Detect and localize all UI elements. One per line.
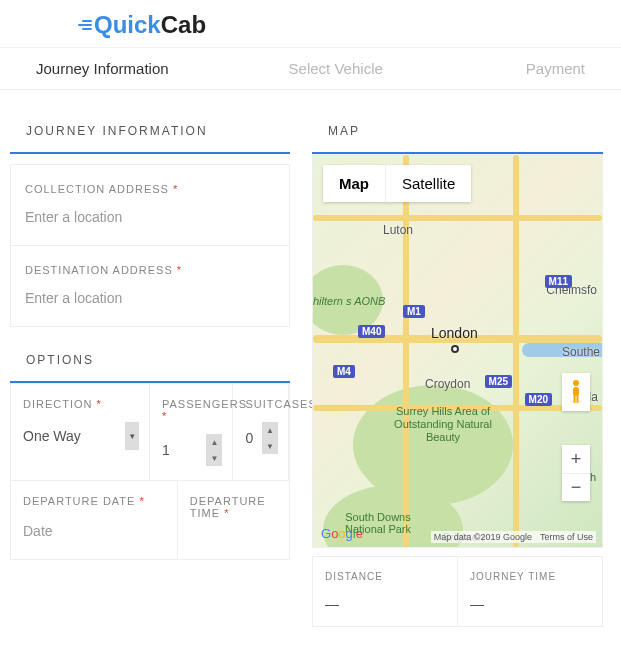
destination-input[interactable] (25, 286, 275, 312)
tab-payment[interactable]: Payment (526, 60, 621, 77)
map-label-croydon: Croydon (425, 377, 470, 391)
passengers-cell: PASSENGERS * 1 ▲▼ (150, 384, 233, 481)
section-title-map: MAP (328, 124, 603, 138)
distance-label: DISTANCE (325, 571, 445, 582)
suitcases-cell: SUITCASES 0 ▲▼ (233, 384, 289, 481)
collection-label: COLLECTION ADDRESS * (25, 183, 275, 195)
section-title-options: OPTIONS (26, 353, 290, 367)
map-hwy-m4: M4 (333, 365, 355, 378)
journey-stats: DISTANCE — JOURNEY TIME — (312, 556, 603, 627)
departure-date-input[interactable] (23, 519, 167, 545)
map-hwy-m25: M25 (485, 375, 512, 388)
map-type-switch: Map Satellite (323, 165, 471, 202)
chevron-down-icon[interactable]: ▼ (206, 450, 222, 466)
logo[interactable]: QuickCab (78, 11, 206, 39)
passengers-stepper[interactable]: ▲▼ (206, 434, 222, 466)
departure-date-label: DEPARTURE DATE * (23, 495, 167, 507)
google-logo: Google (321, 526, 363, 541)
map-type-map-button[interactable]: Map (323, 165, 385, 202)
map-road (403, 155, 409, 547)
passengers-value: 1 (162, 442, 170, 458)
map-road (313, 215, 602, 221)
direction-label: DIRECTION * (23, 398, 139, 410)
progress-tabs: Journey Information Select Vehicle Payme… (0, 47, 621, 90)
chevron-up-icon[interactable]: ▲ (206, 434, 222, 450)
departure-time-label: DEPARTURE TIME * (190, 495, 279, 519)
map-label-chiltern: hiltern s AONB (313, 295, 385, 307)
map-hwy-m20: M20 (525, 393, 552, 406)
divider (10, 152, 290, 154)
stat-journey-time: JOURNEY TIME — (457, 556, 603, 627)
svg-rect-1 (573, 387, 579, 396)
map-hwy-m11: M11 (545, 275, 572, 288)
zoom-in-button[interactable]: + (562, 445, 590, 473)
streetview-pegman-button[interactable] (562, 373, 590, 411)
tab-journey-information[interactable]: Journey Information (36, 60, 169, 77)
direction-cell: DIRECTION * One Way ▾ (11, 384, 150, 481)
zoom-out-button[interactable]: − (562, 473, 590, 501)
map-type-satellite-button[interactable]: Satellite (385, 165, 471, 202)
map-label-london: London (431, 325, 478, 341)
suitcases-stepper[interactable]: ▲▼ (262, 422, 278, 454)
destination-card: DESTINATION ADDRESS * (10, 246, 290, 327)
pegman-icon (568, 379, 584, 405)
stat-distance: DISTANCE — (312, 556, 458, 627)
destination-label: DESTINATION ADDRESS * (25, 264, 275, 276)
map-label-surrey: Surrey Hills Area of Outstanding Natural… (383, 405, 503, 445)
header: QuickCab (0, 0, 621, 47)
map-road (513, 155, 519, 547)
journey-time-value: — (470, 596, 590, 612)
terms-link[interactable]: Terms of Use (540, 532, 593, 542)
map-attribution: Map data ©2019 Google Terms of Use (431, 531, 596, 543)
suitcases-value: 0 (245, 430, 253, 446)
map-data-text: Map data ©2019 Google (434, 532, 532, 542)
logo-lines-icon (78, 19, 92, 31)
journey-time-label: JOURNEY TIME (470, 571, 590, 582)
suitcases-label: SUITCASES (245, 398, 278, 410)
svg-point-0 (573, 380, 579, 386)
direction-value: One Way (23, 428, 81, 444)
collection-input[interactable] (25, 205, 275, 231)
section-title-journey: JOURNEY INFORMATION (26, 124, 290, 138)
svg-rect-2 (574, 395, 576, 403)
map-hwy-m40: M40 (358, 325, 385, 338)
map-london-marker-icon (451, 345, 459, 353)
map-canvas[interactable]: Bedford Luton Chelmsfo London Croydon So… (313, 155, 602, 547)
options-grid: DIRECTION * One Way ▾ PASSENGERS * 1 ▲▼ … (10, 383, 290, 560)
svg-rect-3 (577, 395, 579, 403)
departure-date-cell: DEPARTURE DATE * (11, 481, 178, 559)
map-hwy-m1: M1 (403, 305, 425, 318)
map-label-luton: Luton (383, 223, 413, 237)
logo-text-blue: Quick (94, 11, 161, 39)
departure-time-cell: DEPARTURE TIME * (178, 481, 289, 559)
map[interactable]: Bedford Luton Chelmsfo London Croydon So… (312, 154, 603, 548)
direction-dropdown[interactable]: ▾ (125, 422, 139, 450)
collection-card: COLLECTION ADDRESS * (10, 164, 290, 246)
chevron-down-icon[interactable]: ▼ (262, 438, 278, 454)
distance-value: — (325, 596, 445, 612)
passengers-label: PASSENGERS * (162, 398, 222, 422)
logo-text-black: Cab (161, 11, 206, 39)
map-label-southend: Southe (562, 345, 600, 359)
chevron-up-icon[interactable]: ▲ (262, 422, 278, 438)
zoom-controls: + − (562, 445, 590, 501)
tab-select-vehicle[interactable]: Select Vehicle (289, 60, 383, 77)
